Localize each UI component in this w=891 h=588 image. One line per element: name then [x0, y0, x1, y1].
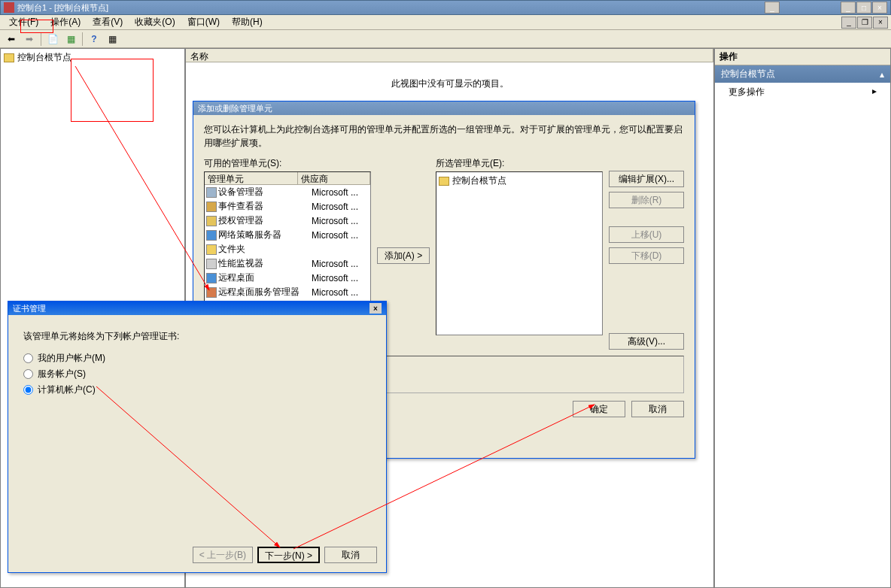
help-button[interactable]: ?: [86, 32, 102, 47]
mdi-close-button[interactable]: ×: [873, 17, 888, 29]
certificate-snapin-dialog: 证书管理 × 该管理单元将始终为下列帐户管理证书: 我的用户帐户(M) 服务帐户…: [8, 301, 387, 573]
move-down-button[interactable]: 下移(D): [609, 247, 684, 264]
close-button[interactable]: ×: [369, 303, 382, 314]
snapin-name: 远程桌面服务管理器: [218, 286, 312, 299]
cert-dialog-title: 证书管理 ×: [8, 302, 386, 315]
remove-button[interactable]: 删除(R): [609, 192, 684, 208]
dialog-title: 添加或删除管理单元: [193, 102, 695, 115]
window-controls: _ _ □ ×: [765, 2, 887, 14]
cert-prompt: 该管理单元将始终为下列帐户管理证书:: [23, 330, 371, 343]
mdi-restore-button[interactable]: ❐: [857, 17, 872, 29]
cert-dialog-title-text: 证书管理: [13, 303, 46, 314]
col-snapin[interactable]: 管理单元: [205, 172, 298, 184]
menu-view[interactable]: 查看(V): [87, 14, 129, 30]
minimize-button[interactable]: _: [841, 2, 856, 14]
show-button[interactable]: ▦: [62, 32, 79, 47]
close-button[interactable]: ×: [872, 2, 887, 14]
list-header-name[interactable]: 名称: [186, 49, 713, 62]
more-actions[interactable]: 更多操作 ▸: [715, 83, 890, 102]
add-button[interactable]: 添加(A) >: [377, 247, 430, 264]
col-vendor[interactable]: 供应商: [298, 172, 370, 184]
edit-extensions-button[interactable]: 编辑扩展(X)...: [609, 171, 684, 187]
snapin-vendor: Microsoft ...: [312, 202, 369, 212]
snapin-icon: [206, 230, 217, 241]
selected-snapins-list[interactable]: 控制台根节点: [436, 171, 603, 335]
cancel-button[interactable]: 取消: [324, 547, 377, 563]
available-label: 可用的管理单元(S):: [204, 157, 371, 170]
advanced-button[interactable]: 高级(V)...: [609, 333, 684, 350]
actions-panel: 操作 控制台根节点 ▴ 更多操作 ▸: [714, 48, 891, 588]
account-radio-group: 我的用户帐户(M) 服务帐户(S) 计算机帐户(C): [23, 350, 371, 398]
maximize-button[interactable]: □: [856, 2, 871, 14]
snapin-icon: [206, 259, 217, 269]
ok-button[interactable]: 确定: [573, 401, 625, 417]
window-title: 控制台1 - [控制台根节点]: [17, 2, 765, 14]
minimize-inner-button[interactable]: _: [765, 2, 780, 14]
snapin-name: 远程桌面: [218, 271, 312, 284]
snapin-row[interactable]: 远程桌面Microsoft ...: [205, 271, 370, 285]
snapin-row[interactable]: 授权管理器Microsoft ...: [205, 214, 370, 228]
main-titlebar: 控制台1 - [控制台根节点] _ _ □ ×: [0, 0, 891, 15]
selected-root-item[interactable]: 控制台根节点: [438, 174, 601, 188]
snapin-row[interactable]: 网络策略服务器Microsoft ...: [205, 228, 370, 242]
menu-action[interactable]: 操作(A): [44, 14, 87, 30]
back-button[interactable]: < 上一步(B): [193, 547, 253, 563]
forward-button[interactable]: ➡: [21, 32, 38, 47]
dialog-description: 您可以在计算机上为此控制台选择可用的管理单元并配置所选的一组管理单元。对于可扩展…: [204, 123, 684, 150]
tree-root-label: 控制台根节点: [17, 51, 71, 64]
menu-help[interactable]: 帮助(H): [226, 14, 269, 30]
snapin-icon: [206, 244, 217, 255]
snapin-icon: [206, 273, 217, 283]
radio-computer-label: 计算机帐户(C): [38, 383, 96, 396]
list-header: 名称: [186, 49, 713, 62]
snapin-row[interactable]: 文件夹: [205, 242, 370, 256]
snapin-name: 文件夹: [218, 243, 312, 256]
snapin-row[interactable]: 性能监视器Microsoft ...: [205, 256, 370, 271]
snapin-icon: [206, 187, 217, 198]
menu-window[interactable]: 窗口(W): [181, 14, 226, 30]
menu-favorites[interactable]: 收藏夹(O): [129, 14, 181, 30]
menubar: 文件(F) 操作(A) 查看(V) 收藏夹(O) 窗口(W) 帮助(H) _ ❐…: [0, 15, 891, 30]
next-button[interactable]: 下一步(N) >: [257, 547, 320, 563]
snapin-name: 授权管理器: [218, 214, 312, 227]
radio-service-label: 服务帐户(S): [38, 368, 86, 380]
cancel-button[interactable]: 取消: [631, 401, 684, 417]
snapin-vendor: Microsoft ...: [312, 230, 369, 241]
up-button[interactable]: 📄: [44, 32, 61, 47]
snapin-vendor: Microsoft ...: [312, 259, 369, 269]
radio-computer-account[interactable]: 计算机帐户(C): [23, 382, 371, 398]
back-button[interactable]: ⬅: [3, 32, 20, 47]
snapin-vendor: Microsoft ...: [312, 187, 369, 198]
snapin-row[interactable]: 事件查看器Microsoft ...: [205, 199, 370, 214]
snapin-vendor: Microsoft ...: [312, 273, 369, 283]
mdi-minimize-button[interactable]: _: [841, 17, 856, 29]
radio-computer-input[interactable]: [23, 385, 33, 395]
snapin-icon: [206, 202, 217, 212]
extra-button[interactable]: ▦: [104, 32, 120, 47]
actions-section[interactable]: 控制台根节点 ▴: [715, 65, 890, 83]
radio-user-account[interactable]: 我的用户帐户(M): [23, 350, 371, 366]
snapin-name: 设备管理器: [218, 186, 312, 199]
radio-user-label: 我的用户帐户(M): [38, 352, 105, 365]
selected-root-label: 控制台根节点: [452, 174, 506, 187]
tree-root-node[interactable]: 控制台根节点: [2, 50, 183, 65]
more-actions-label: 更多操作: [728, 86, 765, 99]
app-icon: [4, 2, 14, 13]
available-snapins-list[interactable]: 管理单元 供应商 设备管理器Microsoft ...事件查看器Microsof…: [204, 171, 371, 307]
snapin-name: 性能监视器: [218, 257, 312, 270]
menu-file[interactable]: 文件(F): [3, 14, 44, 30]
radio-service-account[interactable]: 服务帐户(S): [23, 366, 371, 382]
move-up-button[interactable]: 上移(U): [609, 226, 684, 243]
folder-icon: [439, 177, 449, 186]
snapin-name: 事件查看器: [218, 200, 312, 213]
snapin-row[interactable]: 设备管理器Microsoft ...: [205, 185, 370, 199]
snapin-vendor: Microsoft ...: [312, 216, 369, 226]
radio-user-input[interactable]: [23, 353, 33, 363]
chevron-right-icon: ▸: [872, 86, 877, 99]
snapin-vendor: Microsoft ...: [312, 287, 369, 298]
actions-section-title: 控制台根节点: [721, 68, 775, 80]
snapin-name: 网络策略服务器: [218, 229, 312, 241]
toolbar: ⬅ ➡ 📄 ▦ ? ▦: [0, 30, 891, 48]
snapin-row[interactable]: 远程桌面服务管理器Microsoft ...: [205, 285, 370, 299]
radio-service-input[interactable]: [23, 369, 33, 379]
